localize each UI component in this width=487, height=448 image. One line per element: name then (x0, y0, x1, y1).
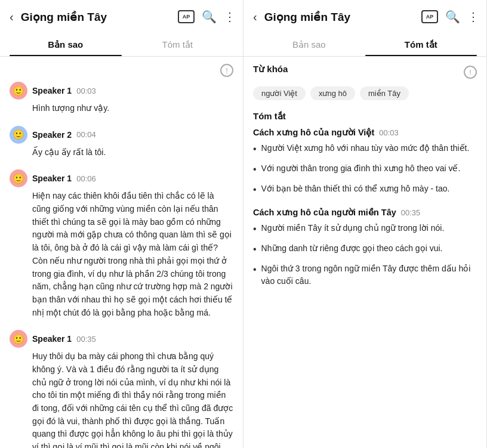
speaker-entry-2: 🙂 Speaker 2 00:04 Ấy cậu ấy rất là tôi. (10, 126, 233, 159)
left-header: ‹ Giọng miền Tây AP 🔍 ⋮ (0, 0, 243, 33)
speaker-name-4: Speaker 1 (32, 334, 72, 344)
right-more-icon[interactable]: ⋮ (467, 10, 479, 24)
bullet-0-2: Với bạn bè thân thiết thì có thể xưng hô… (253, 183, 477, 197)
avatar-4: 🙂 (10, 330, 27, 348)
summary-section-title: Tóm tắt (253, 111, 477, 122)
summary-time-0: 00:03 (379, 128, 399, 137)
left-panel: ‹ Giọng miền Tây AP 🔍 ⋮ Bản sao Tóm tắt … (0, 0, 244, 448)
summary-bullets-0: Người Việt xưng hô với nhau tùy vào mức … (253, 142, 477, 197)
left-tabs: Bản sao Tóm tắt (0, 33, 243, 57)
bullet-1-1: Những danh từ riêng được gọi theo cách g… (253, 242, 477, 257)
speaker-name-1: Speaker 1 (32, 86, 72, 95)
left-header-icons: AP 🔍 ⋮ (178, 10, 236, 24)
speaker-time-2: 00:04 (76, 130, 96, 139)
summary-heading-1: Cách xưng hô của người miền Tây (253, 208, 396, 217)
left-tab-tomtat[interactable]: Tóm tắt (122, 33, 234, 56)
keywords-row: người Việt xưng hô miền Tây (253, 86, 477, 100)
right-ap-icon[interactable]: AP (421, 10, 438, 23)
bullet-0-0: Người Việt xưng hô với nhau tùy vào mức … (253, 142, 477, 156)
right-header: ‹ Giọng miền Tây AP 🔍 ⋮ (244, 0, 486, 33)
summary-time-1: 00:35 (401, 208, 421, 217)
right-back-button[interactable]: ‹ (251, 8, 260, 26)
keywords-title: Từ khóa (253, 64, 288, 75)
right-tab-tomtat[interactable]: Tóm tắt (365, 33, 477, 56)
speaker-entry-3: 🙂 Speaker 1 00:06 Hiện nay các thiên khô… (10, 169, 233, 319)
keyword-chip-2[interactable]: miền Tây (360, 86, 409, 100)
left-content: ! 🙂 Speaker 1 00:03 Hình tượng như vậy. … (0, 57, 243, 448)
left-warning-row: ! (10, 64, 233, 77)
speaker-name-2: Speaker 2 (32, 130, 72, 140)
right-header-icons: AP 🔍 ⋮ (421, 10, 479, 24)
left-tab-bansao[interactable]: Bản sao (10, 33, 122, 56)
left-search-icon[interactable]: 🔍 (202, 10, 217, 24)
keywords-section: Từ khóa ! người Việt xưng hô miền Tây (253, 64, 477, 100)
speaker-text-4: Huy thôi dụ ba mày cái phong thì chưa bằ… (32, 350, 233, 448)
speaker-entry-1: 🙂 Speaker 1 00:03 Hình tượng như vậy. (10, 82, 233, 115)
keyword-chip-0[interactable]: người Việt (253, 86, 306, 100)
bullet-1-0: Người miền Tây ít sử dụng chủ ngữ trong … (253, 222, 477, 236)
left-more-icon[interactable]: ⋮ (224, 10, 236, 24)
avatar-3: 🙂 (10, 169, 27, 187)
right-search-icon[interactable]: 🔍 (445, 10, 460, 24)
right-title: Giọng miền Tây (264, 10, 417, 24)
left-ap-icon[interactable]: AP (178, 10, 195, 23)
bullet-0-1: Với người thân trong gia đình thì xưng h… (253, 162, 477, 177)
speaker-time-3: 00:06 (76, 174, 96, 183)
right-tabs: Bản sao Tóm tắt (244, 33, 486, 57)
right-panel: ‹ Giọng miền Tây AP 🔍 ⋮ Bản sao Tóm tắt … (244, 0, 487, 448)
speaker-entry-4: 🙂 Speaker 1 00:35 Huy thôi dụ ba mày cái… (10, 330, 233, 448)
summary-section-0: Cách xưng hô của người Việt 00:03 Người … (253, 128, 477, 197)
speaker-time-1: 00:03 (76, 86, 96, 95)
speaker-time-4: 00:35 (76, 335, 96, 344)
summary-heading-0: Cách xưng hô của người Việt (253, 128, 374, 137)
right-content: Từ khóa ! người Việt xưng hô miền Tây Tó… (244, 57, 486, 448)
right-tab-bansao[interactable]: Bản sao (253, 33, 365, 56)
summary-bullets-1: Người miền Tây ít sử dụng chủ ngữ trong … (253, 222, 477, 288)
speaker-text-2: Ấy cậu ấy rất là tôi. (32, 146, 233, 159)
speaker-text-1: Hình tượng như vậy. (32, 102, 233, 115)
keyword-chip-1[interactable]: xưng hô (310, 86, 355, 100)
avatar-1: 🙂 (10, 82, 27, 100)
speaker-name-3: Speaker 1 (32, 174, 72, 183)
bullet-1-2: Ngôi thứ 3 trong ngôn ngữ miền Tây được … (253, 262, 477, 288)
speaker-text-3: Hiện nay các thiên khôi đầu tiên thì chắ… (32, 190, 233, 319)
left-title: Giọng miền Tây (21, 10, 173, 24)
summary-section-1: Cách xưng hô của người miền Tây 00:35 Ng… (253, 208, 477, 288)
avatar-2: 🙂 (10, 126, 27, 144)
left-back-button[interactable]: ‹ (7, 8, 16, 26)
right-warning-icon[interactable]: ! (464, 66, 477, 79)
left-warning-icon[interactable]: ! (220, 64, 233, 77)
